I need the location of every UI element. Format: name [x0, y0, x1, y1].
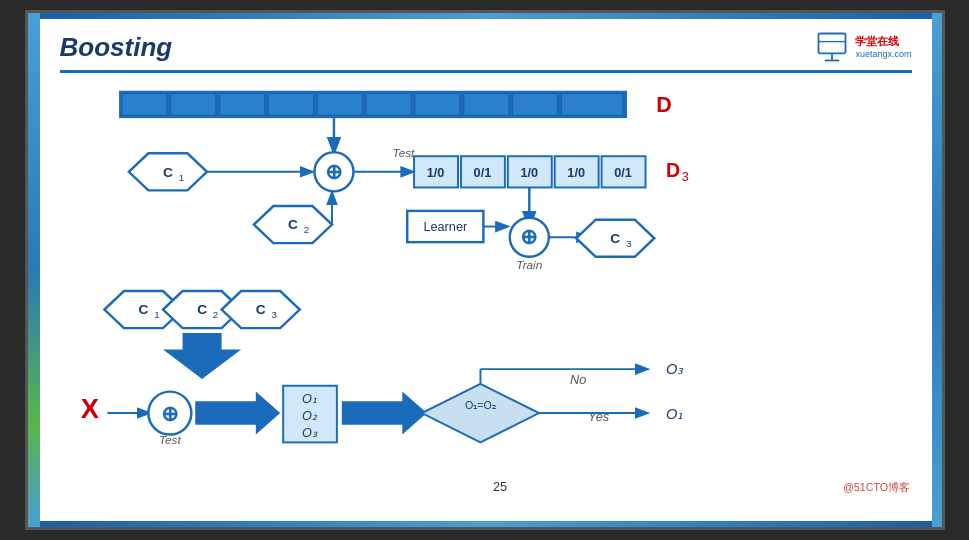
x-label: X [80, 393, 98, 424]
plus-icon-test: ⊕ [160, 402, 178, 426]
c3-label: C [610, 231, 620, 246]
logo-area: 学堂在线 xuetangx.com [814, 29, 911, 65]
big-right-arrow-1 [195, 392, 280, 435]
d3-label: D [666, 159, 680, 181]
c3-sub: 3 [626, 238, 631, 249]
watermark: @51CTO博客 [842, 481, 909, 493]
c3-bot-label: C [255, 302, 265, 317]
no-label: No [570, 373, 586, 387]
left-accent-bar [28, 13, 40, 527]
out-val-3: 1/0 [520, 166, 538, 180]
slide-content: Boosting 学堂在线 xuetangx.com [40, 19, 932, 521]
d-cell-10 [561, 94, 623, 115]
slide-title: Boosting [60, 32, 173, 63]
outer-frame: Boosting 学堂在线 xuetangx.com [0, 0, 969, 540]
c2-label: C [287, 217, 297, 232]
slide-body: D C 1 ⊕ Test [60, 81, 912, 540]
main-diagram: D C 1 ⊕ Test [60, 81, 940, 501]
c1-top-sub: 1 [178, 172, 183, 183]
d-cell-5 [317, 94, 362, 115]
d-cell-2 [170, 94, 215, 115]
c3-bot-sub: 3 [271, 309, 276, 320]
d-cell-4 [268, 94, 313, 115]
yes-label: Yes [587, 410, 609, 424]
o3-label: O₃ [666, 361, 684, 377]
logo-sub: xuetangx.com [855, 49, 911, 59]
vote-o3: O₃ [302, 426, 318, 440]
c1-bot-sub: 1 [154, 309, 159, 320]
o1-label: O₁ [666, 406, 683, 422]
out-val-1: 1/0 [426, 166, 444, 180]
d-label: D [656, 93, 672, 117]
logo-icon [814, 29, 850, 65]
d3-sub: 3 [681, 170, 688, 184]
svg-rect-0 [819, 34, 846, 54]
diamond-label-1: O₁=O₂ [464, 399, 495, 411]
slide-container: Boosting 学堂在线 xuetangx.com [25, 10, 945, 530]
logo-text-group: 学堂在线 xuetangx.com [855, 35, 911, 58]
big-down-arrow [163, 333, 241, 379]
c1-top-label: C [162, 165, 172, 180]
test-label: Test [392, 146, 414, 159]
d-cell-8 [463, 94, 508, 115]
train-label: Train [516, 258, 542, 271]
d-cell-3 [219, 94, 264, 115]
logo-text: 学堂在线 [855, 35, 911, 48]
out-val-2: 0/1 [473, 166, 491, 180]
slide-header: Boosting 学堂在线 xuetangx.com [60, 29, 912, 73]
vote-o1: O₁ [302, 392, 317, 406]
d-cell-9 [512, 94, 557, 115]
d-cell-6 [366, 94, 411, 115]
plus-icon-2: ⊕ [520, 225, 538, 249]
out-val-4: 1/0 [567, 166, 585, 180]
big-right-arrow-2 [341, 392, 426, 435]
vote-o2: O₂ [302, 409, 318, 423]
test-bottom-label: Test [159, 433, 181, 446]
diamond-condition [421, 384, 538, 443]
learner-label: Learner [423, 220, 468, 234]
c1-bot-label: C [138, 302, 148, 317]
c2-bot-label: C [197, 302, 207, 317]
page-number: 25 [492, 480, 506, 494]
out-val-5: 0/1 [614, 166, 632, 180]
plus-icon-1: ⊕ [324, 160, 342, 184]
c2-bot-sub: 2 [212, 309, 217, 320]
c2-sub: 2 [303, 224, 308, 235]
d-cell-1 [122, 94, 167, 115]
d-cell-7 [415, 94, 460, 115]
